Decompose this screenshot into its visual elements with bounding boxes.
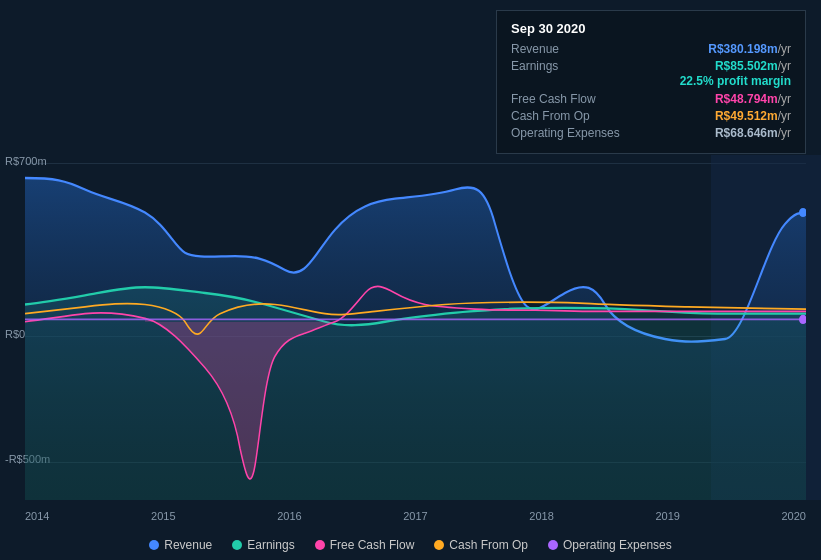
x-label-2018: 2018 xyxy=(529,510,553,522)
x-label-2015: 2015 xyxy=(151,510,175,522)
tooltip-fcf-row: Free Cash Flow R$48.794m/yr xyxy=(511,92,791,106)
tooltip-opex-value: R$68.646m/yr xyxy=(715,126,791,140)
tooltip-opex-row: Operating Expenses R$68.646m/yr xyxy=(511,126,791,140)
x-axis-labels: 2014 2015 2016 2017 2018 2019 2020 xyxy=(25,510,806,522)
legend-fcf-dot xyxy=(315,540,325,550)
tooltip: Sep 30 2020 Revenue R$380.198m/yr Earnin… xyxy=(496,10,806,154)
tooltip-cashop-row: Cash From Op R$49.512m/yr xyxy=(511,109,791,123)
legend-earnings-dot xyxy=(232,540,242,550)
tooltip-fcf-label: Free Cash Flow xyxy=(511,92,621,106)
tooltip-profit-margin: 22.5% profit margin xyxy=(680,74,791,88)
tooltip-earnings-label: Earnings xyxy=(511,59,621,73)
legend-fcf-label: Free Cash Flow xyxy=(330,538,415,552)
chart-svg xyxy=(25,155,806,500)
tooltip-earnings-value: R$85.502m/yr xyxy=(715,59,791,73)
tooltip-revenue-value: R$380.198m/yr xyxy=(708,42,791,56)
x-label-2014: 2014 xyxy=(25,510,49,522)
x-label-2016: 2016 xyxy=(277,510,301,522)
legend-earnings-label: Earnings xyxy=(247,538,294,552)
chart-legend: Revenue Earnings Free Cash Flow Cash Fro… xyxy=(0,538,821,552)
tooltip-date: Sep 30 2020 xyxy=(511,21,791,36)
tooltip-margin-row: 22.5% profit margin xyxy=(511,74,791,88)
tooltip-fcf-value: R$48.794m/yr xyxy=(715,92,791,106)
tooltip-revenue-row: Revenue R$380.198m/yr xyxy=(511,42,791,56)
chart-container: R$700m R$0 -R$500m xyxy=(0,0,821,560)
legend-revenue[interactable]: Revenue xyxy=(149,538,212,552)
legend-cashop-dot xyxy=(434,540,444,550)
legend-fcf[interactable]: Free Cash Flow xyxy=(315,538,415,552)
x-label-2020: 2020 xyxy=(781,510,805,522)
tooltip-earnings-row: Earnings R$85.502m/yr xyxy=(511,59,791,73)
x-label-2019: 2019 xyxy=(655,510,679,522)
legend-revenue-dot xyxy=(149,540,159,550)
legend-opex-dot xyxy=(548,540,558,550)
x-label-2017: 2017 xyxy=(403,510,427,522)
tooltip-cashop-label: Cash From Op xyxy=(511,109,621,123)
legend-earnings[interactable]: Earnings xyxy=(232,538,294,552)
legend-revenue-label: Revenue xyxy=(164,538,212,552)
tooltip-revenue-label: Revenue xyxy=(511,42,621,56)
tooltip-cashop-value: R$49.512m/yr xyxy=(715,109,791,123)
legend-cashop[interactable]: Cash From Op xyxy=(434,538,528,552)
legend-cashop-label: Cash From Op xyxy=(449,538,528,552)
legend-opex-label: Operating Expenses xyxy=(563,538,672,552)
y-axis-mid: R$0 xyxy=(5,328,25,340)
legend-opex[interactable]: Operating Expenses xyxy=(548,538,672,552)
tooltip-opex-label: Operating Expenses xyxy=(511,126,621,140)
